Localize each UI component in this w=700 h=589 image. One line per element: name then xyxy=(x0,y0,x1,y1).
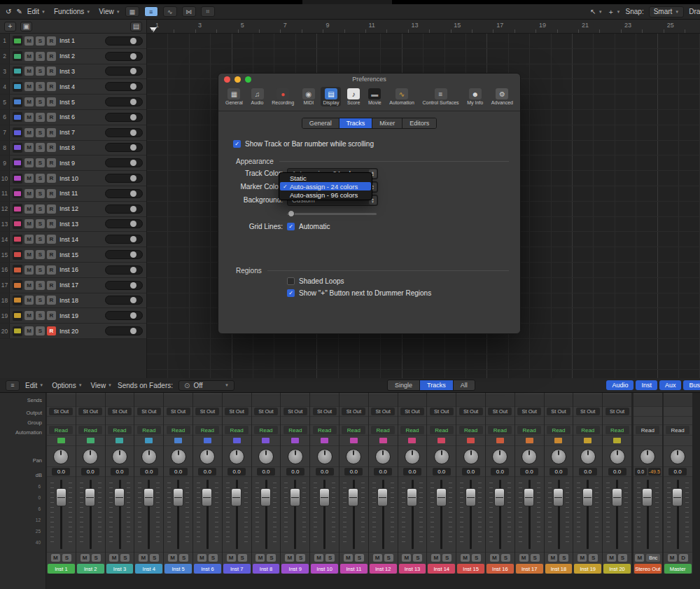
pan-knob[interactable] xyxy=(580,449,596,464)
pan-knob[interactable] xyxy=(229,449,244,464)
mute-button[interactable]: M xyxy=(24,250,34,259)
volume-knob[interactable] xyxy=(130,114,136,120)
solo-button[interactable]: S xyxy=(36,113,45,122)
output-button[interactable]: St Out xyxy=(576,408,600,415)
output-slot[interactable]: St Out xyxy=(456,407,485,417)
automation-read-button[interactable]: Read xyxy=(137,426,161,434)
channel-name[interactable]: Inst 3 xyxy=(106,564,134,574)
filter-tracks[interactable]: Tracks xyxy=(420,380,454,390)
menu-edit[interactable]: Edit▼ xyxy=(25,382,43,389)
automation-read-button[interactable]: Read xyxy=(400,426,424,434)
output-slot[interactable]: St Out xyxy=(310,407,339,417)
record-button[interactable]: R xyxy=(47,235,56,244)
mute-button[interactable]: M xyxy=(24,67,34,76)
type-filter-inst[interactable]: Inst xyxy=(636,380,657,390)
output-button[interactable]: St Out xyxy=(78,408,102,415)
prefs-toolbar-midi[interactable]: ◉MIDI xyxy=(300,87,317,106)
mute-button[interactable]: M xyxy=(490,554,499,562)
mute-button[interactable]: M xyxy=(24,97,34,106)
volume-slider[interactable] xyxy=(105,189,143,198)
fader-cap[interactable] xyxy=(642,488,652,506)
solo-button[interactable]: S xyxy=(179,554,188,562)
fader[interactable] xyxy=(281,477,309,553)
pan-knob[interactable] xyxy=(640,449,655,464)
output-button[interactable]: St Out xyxy=(137,408,161,415)
filter-all[interactable]: All xyxy=(454,380,475,390)
volume-value[interactable]: 0.0 xyxy=(257,468,275,476)
volume-slider[interactable] xyxy=(105,82,143,91)
fader-cap[interactable] xyxy=(56,488,66,506)
output-button[interactable]: St Out xyxy=(400,408,424,415)
automation-slot[interactable]: Read xyxy=(106,425,134,436)
automation-slot[interactable]: Read xyxy=(456,425,485,436)
checkbox-checked-icon[interactable]: ✓ xyxy=(287,223,295,230)
mute-button[interactable]: M xyxy=(24,205,34,214)
mute-button[interactable]: M xyxy=(109,554,118,562)
volume-value[interactable]: 0.0 xyxy=(344,468,363,476)
sends-slot[interactable] xyxy=(134,394,163,407)
mute-button[interactable]: M xyxy=(314,554,323,562)
duplicate-track-button[interactable]: ▣ xyxy=(20,22,32,32)
track-row[interactable]: 20MSRInst 20 xyxy=(0,324,146,339)
pan-knob[interactable] xyxy=(434,449,449,464)
automation-slot[interactable]: Read xyxy=(664,425,692,436)
track-row[interactable]: 1MSRInst 1 xyxy=(0,34,146,49)
output-slot[interactable]: St Out xyxy=(223,407,251,417)
group-slot[interactable] xyxy=(47,417,76,425)
type-filter-audio[interactable]: Audio xyxy=(606,380,634,390)
automation-slot[interactable]: Read xyxy=(398,425,427,436)
group-slot[interactable] xyxy=(340,417,368,425)
record-button[interactable]: R xyxy=(47,311,56,320)
volume-slider[interactable] xyxy=(105,128,143,137)
fader-cap[interactable] xyxy=(319,488,330,506)
track-row[interactable]: 17MSRInst 17 xyxy=(0,278,146,293)
group-slot[interactable] xyxy=(398,417,427,425)
fader[interactable] xyxy=(134,477,163,553)
volume-knob[interactable] xyxy=(130,267,136,273)
automation-slot[interactable]: Read xyxy=(340,425,368,436)
mute-button[interactable]: M xyxy=(227,554,236,562)
volume-value[interactable]: 0.0 xyxy=(111,468,129,476)
fader[interactable] xyxy=(106,477,134,553)
fader-cap[interactable] xyxy=(494,488,505,506)
automation-slot[interactable]: Read xyxy=(134,425,163,436)
dim-button[interactable]: D xyxy=(679,554,688,562)
sends-slot[interactable] xyxy=(603,394,631,407)
pan-knob[interactable] xyxy=(141,449,157,464)
record-button[interactable]: R xyxy=(47,52,56,61)
mute-button[interactable]: M xyxy=(431,554,440,562)
mute-button[interactable]: M xyxy=(519,554,528,562)
volume-knob[interactable] xyxy=(130,251,136,258)
volume-value[interactable]: 0.0 xyxy=(227,468,246,476)
output-button[interactable]: St Out xyxy=(488,408,512,415)
tab-tracks[interactable]: Tracks xyxy=(340,118,373,128)
volume-value[interactable]: 0.0 xyxy=(608,468,626,476)
menu-view[interactable]: View▼ xyxy=(91,382,112,389)
automation-read-button[interactable]: Read xyxy=(517,426,541,434)
fader[interactable] xyxy=(310,477,339,553)
solo-button[interactable]: S xyxy=(36,36,45,46)
automation-read-button[interactable]: Read xyxy=(547,426,570,434)
fader-cap[interactable] xyxy=(85,488,95,506)
volume-value[interactable]: 0.0 xyxy=(198,468,216,476)
volume-value[interactable]: 0.0 xyxy=(579,468,597,476)
output-slot[interactable]: St Out xyxy=(398,407,427,417)
automation-slot[interactable]: Read xyxy=(164,425,192,436)
record-button[interactable]: R xyxy=(47,174,56,183)
output-slot[interactable]: St Out xyxy=(486,407,514,417)
pan-knob[interactable] xyxy=(112,449,127,464)
fader-cap[interactable] xyxy=(436,488,447,506)
menu-option[interactable]: ✓Auto-assign - 24 colors xyxy=(280,182,371,190)
fader-cap[interactable] xyxy=(612,488,622,506)
volume-knob[interactable] xyxy=(130,99,136,105)
automation-slot[interactable]: Read xyxy=(427,425,456,436)
automation-read-button[interactable]: Read xyxy=(313,426,337,434)
automation-read-button[interactable]: Read xyxy=(606,426,629,434)
group-slot[interactable] xyxy=(573,417,602,425)
output-button[interactable]: St Out xyxy=(313,408,337,415)
mute-button[interactable]: M xyxy=(461,554,470,562)
fader-cap[interactable] xyxy=(173,488,183,506)
volume-value[interactable]: 0.0 xyxy=(668,468,687,476)
fader[interactable] xyxy=(456,477,485,553)
record-button[interactable]: R xyxy=(47,158,56,167)
